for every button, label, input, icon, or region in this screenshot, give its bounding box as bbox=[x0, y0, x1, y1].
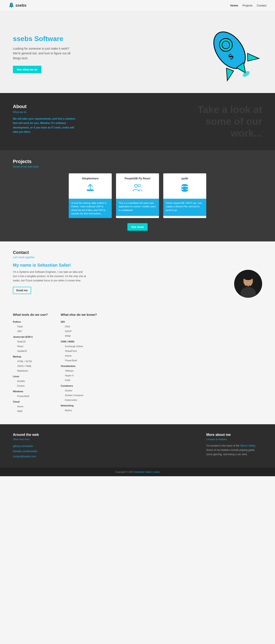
navbar: s ssebs Home Projects Contact bbox=[0, 0, 275, 11]
skill-group-ddi: DDI bbox=[61, 320, 97, 324]
skill-flask: Flask bbox=[13, 324, 48, 329]
nav-contact[interactable]: Contact bbox=[257, 4, 266, 7]
projects-subtitle: Some of our best work bbox=[13, 165, 262, 168]
project-card-simpleshare: Simpleshare A local file sharing utility… bbox=[69, 173, 112, 218]
email-button[interactable]: Email me bbox=[13, 287, 31, 294]
skill-group-networking: Networking bbox=[61, 403, 97, 408]
contact-name: My name is Sebastian Safari bbox=[13, 263, 262, 268]
hero-text: ssebs Software Looking for someone to ju… bbox=[13, 35, 73, 73]
hero-description: Looking for someone to just make it work… bbox=[13, 46, 73, 60]
footer-location-link[interactable]: Silicon Valley bbox=[240, 444, 255, 447]
project-card-peopledb: PeopleDB Py React This is a react/flask … bbox=[116, 173, 159, 218]
skill-vmware: VMware bbox=[61, 368, 97, 373]
svg-marker-4 bbox=[11, 7, 12, 8]
bottom-brand-link[interactable]: ssebs bbox=[154, 471, 160, 473]
logo-rocket-icon: s bbox=[8, 2, 14, 8]
skills-section: What tools do we use? Python Flask JWT J… bbox=[0, 306, 275, 424]
projects-section: Projects Some of our best work Simplesha… bbox=[0, 150, 275, 242]
nav-projects[interactable]: Projects bbox=[242, 4, 252, 7]
skill-ipam: IPAM bbox=[61, 334, 97, 338]
skill-json-yaml: JSON / YAML bbox=[13, 364, 48, 368]
skill-basics: Basics bbox=[61, 408, 97, 413]
project-card-pydb: pydb Python based DB / REST api. Just su… bbox=[163, 173, 206, 218]
svg-point-20 bbox=[182, 189, 188, 192]
svg-rect-14 bbox=[87, 190, 94, 190]
skill-jwt: JWT bbox=[13, 329, 48, 334]
about-watermark: Take a look at some of our work... bbox=[180, 104, 262, 140]
bottom-name-link[interactable]: Sebastian Safari bbox=[134, 471, 152, 473]
skill-nodejs: NodeJS bbox=[13, 339, 48, 344]
card-top-pydb: pydb bbox=[163, 173, 206, 199]
about-subtitle: What we do bbox=[13, 111, 77, 114]
project-cards: Simpleshare A local file sharing utility… bbox=[13, 173, 262, 218]
skills-knowledge-heading: What else do we know? bbox=[61, 313, 97, 316]
skill-group-markup: Markup bbox=[13, 354, 48, 359]
about-section: About What we do We will take your requi… bbox=[0, 93, 275, 150]
skill-aws: AWS bbox=[13, 409, 48, 414]
hero-section: ssebs Software Looking for someone to ju… bbox=[0, 11, 275, 93]
rocket-illustration: s bbox=[202, 22, 262, 86]
nav-home[interactable]: Home bbox=[230, 4, 238, 7]
footer-around-web: Around the web Other than here github.co… bbox=[13, 433, 39, 459]
see-more-button[interactable]: See more bbox=[128, 223, 148, 231]
footer-col2-heading: More about me bbox=[206, 433, 262, 437]
svg-rect-15 bbox=[87, 190, 94, 191]
contact-subtitle: Let's work together bbox=[13, 256, 262, 259]
card-top-peopledb: PeopleDB Py React bbox=[116, 173, 159, 199]
skill-docker2: Docker bbox=[61, 388, 97, 393]
bottom-separator: | bbox=[152, 471, 153, 473]
skill-hyperv: Hyper-V bbox=[61, 373, 97, 378]
skill-docker: Docker bbox=[13, 384, 48, 388]
footer-github-link[interactable]: github.com/ssebs bbox=[13, 444, 39, 449]
card-top-simpleshare: Simpleshare bbox=[69, 173, 112, 199]
skill-group-windows: Windows bbox=[13, 389, 48, 394]
avatar bbox=[234, 270, 262, 298]
about-heading: About bbox=[13, 104, 77, 109]
hero-cta-button[interactable]: See what we do bbox=[13, 66, 42, 73]
database-icon bbox=[166, 183, 204, 194]
skill-ansible: Ansible bbox=[13, 379, 48, 384]
skill-group-cloud: Cloud bbox=[13, 399, 48, 404]
projects-heading: Projects bbox=[13, 159, 262, 164]
skill-react: React bbox=[13, 344, 48, 349]
card-desc-peopledb: This is a react/flask full stack web app… bbox=[116, 199, 159, 216]
skill-group-js: Javascript (ES6+) bbox=[13, 334, 48, 339]
svg-point-19 bbox=[182, 187, 188, 189]
footer-col2-subtitle: Location & Hobbies bbox=[206, 438, 262, 440]
skill-group-o365: O365 / M365 bbox=[61, 339, 97, 344]
skills-col-tools: What tools do we use? Python Flask JWT J… bbox=[13, 313, 48, 414]
copyright-text: Copyright © 2020 bbox=[115, 471, 134, 473]
skill-group-python: Python bbox=[13, 320, 48, 324]
contact-body: I'm a Systems and Software Engineer, I c… bbox=[13, 270, 262, 298]
skill-kvm: KVM bbox=[61, 378, 97, 382]
footer-email-link[interactable]: contact@ssebs.com bbox=[13, 454, 39, 459]
skill-powershell-o365: PowerShell bbox=[61, 358, 97, 363]
card-title-pydb: pydb bbox=[166, 177, 204, 180]
skill-group-virt: Virtualization bbox=[61, 364, 97, 368]
skill-html-scss: HTML / SCSS bbox=[13, 359, 48, 364]
skill-group-containers: Containers bbox=[61, 384, 97, 388]
footer-linkedin-link[interactable]: linkedin.com/in/ssebs bbox=[13, 449, 39, 454]
skill-docker-compose: Docker-Compose bbox=[61, 393, 97, 398]
skill-markdown: Markdown bbox=[13, 368, 48, 373]
about-body: We will take your requirements, and find… bbox=[13, 117, 77, 134]
skill-intune: Intune bbox=[61, 353, 97, 358]
logo[interactable]: s ssebs bbox=[8, 2, 26, 8]
contact-bio: I'm a Systems and Software Engineer, I c… bbox=[13, 270, 86, 283]
upload-icon bbox=[71, 183, 109, 194]
people-icon bbox=[118, 183, 156, 194]
avatar-svg bbox=[234, 270, 262, 298]
footer: Around the web Other than here github.co… bbox=[0, 424, 275, 468]
hero-rocket: s bbox=[202, 22, 262, 86]
skill-vanillajs: VanillaJS bbox=[13, 349, 48, 353]
skill-dhcp: DHCP bbox=[61, 329, 97, 334]
card-title-peopledb: PeopleDB Py React bbox=[118, 177, 156, 180]
contact-left: I'm a Systems and Software Engineer, I c… bbox=[13, 270, 86, 294]
brand-name: ssebs bbox=[16, 3, 26, 8]
avatar-photo bbox=[234, 270, 262, 298]
footer-col2-bio: I'm located in the heart of the Silicon … bbox=[206, 444, 262, 457]
contact-section: Contact Let's work together My name is S… bbox=[0, 242, 275, 306]
skill-exchange: Exchange Online bbox=[61, 344, 97, 349]
skill-kubernetes: Kubernetes bbox=[61, 398, 97, 402]
hero-title: ssebs Software bbox=[13, 35, 73, 43]
